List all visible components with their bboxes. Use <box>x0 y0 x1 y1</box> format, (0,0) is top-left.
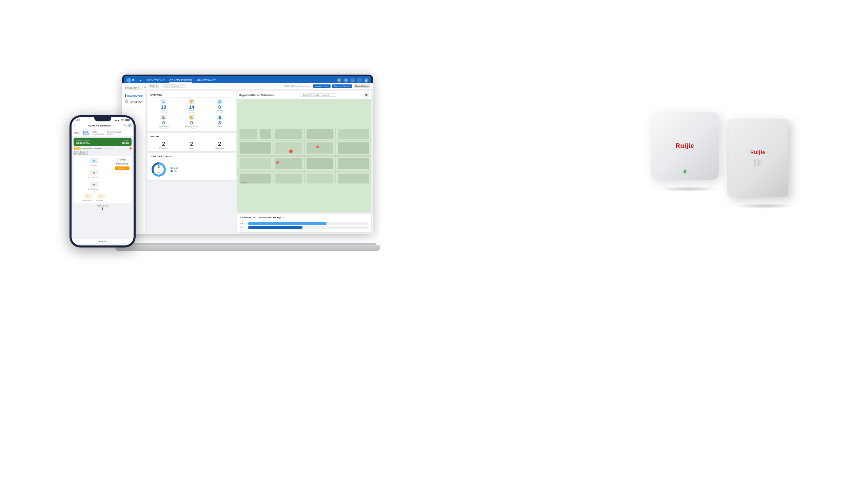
laptop-nav: MONITORING CONFIGURATION MAINTENANCE <box>147 78 337 83</box>
channel-info-icon: ℹ <box>283 217 284 219</box>
tab-basic[interactable]: Basic Enabled <box>82 130 91 136</box>
client-label: Client <box>217 125 222 127</box>
svg-rect-17 <box>338 129 369 139</box>
svg-point-28 <box>316 145 319 148</box>
help-icon[interactable]: ? <box>350 78 355 83</box>
map-options-icon[interactable]: ⊞ <box>364 92 369 98</box>
phone-bottom-bar[interactable]: Tool Kit <box>72 239 134 244</box>
user-icon[interactable]: 👤 <box>357 78 362 83</box>
map-panel: Registered Device Distribution ⊞ <box>237 91 371 212</box>
channel-title: Channel Distribution and Usage ℹ <box>240 216 369 220</box>
phone-device-info: Online Devices: 4 Offline Devices: 0 <box>74 151 131 155</box>
overview-panel: Overview 📡 10 AP 11 in Total 🔀 <box>148 91 236 131</box>
ap-flat-vent <box>754 159 761 166</box>
phone-header-icons: 🔍 🔄 <box>123 124 131 127</box>
tab-smartflow[interactable]: Smart Flow Cont Enabled <box>106 130 122 136</box>
topo-line-1 <box>94 167 94 169</box>
ap-icon: 📡 <box>160 99 167 104</box>
legend-5g: 5G <box>171 170 179 172</box>
nav-maintenance[interactable]: MAINTENANCE <box>197 78 216 83</box>
svg-rect-26 <box>338 174 369 183</box>
network-search[interactable]: Search Network <box>162 84 186 88</box>
phone-client-info: Online Client 1 <box>74 205 131 211</box>
svg-rect-24 <box>307 174 333 183</box>
timezone-display: (GMT+8:00)Asia/Hong_Kong <box>284 85 311 87</box>
nav-configuration[interactable]: CONFIGURATION <box>169 78 192 83</box>
alarm-uncleared-label: Uncleared <box>159 147 168 149</box>
switch-number: 14 <box>189 105 194 109</box>
topo-internet: 🌐 <box>90 158 98 164</box>
sidebar-item-dashboard[interactable]: DASHBOARD <box>124 93 145 99</box>
topology-action-network[interactable]: Network Planning <box>115 162 129 166</box>
topology-icon <box>125 100 128 104</box>
sidebar-search-input[interactable]: netsupport@ruij... <box>124 86 142 90</box>
unbind-device-button[interactable]: Unbind Device <box>354 84 370 88</box>
manage-project-button[interactable]: Manage Project <box>313 84 330 88</box>
phone-refresh-icon[interactable]: 🔄 <box>128 124 131 127</box>
svg-rect-22 <box>275 174 302 183</box>
ap-flat-shadow <box>735 203 794 208</box>
power-icon[interactable]: ⏻ <box>364 78 369 83</box>
channel-row-2g: 2.4G <box>240 222 369 225</box>
network-select[interactable]: PVGi ▼ <box>149 84 159 88</box>
phone-time: 10:49 <box>76 119 80 121</box>
ruijie-logo-icon <box>126 78 131 83</box>
svg-rect-12 <box>275 129 302 139</box>
ap-round-body: Ruijie <box>651 112 719 180</box>
notification-icon[interactable]: 🔔 <box>337 78 341 83</box>
donut-total: 3 <box>157 165 161 169</box>
uptime-value: 4d:0h <box>122 141 129 144</box>
topo-extension-1: 📦 <box>90 170 98 175</box>
tab-cctv[interactable]: CCTV Camera enabled <box>91 130 105 136</box>
takeover-network-button[interactable]: Take over Network <box>332 84 352 88</box>
laptop-logo: Ruijie <box>126 78 142 83</box>
home-router-icon: 🏠 <box>160 115 167 120</box>
svg-point-29 <box>276 161 279 164</box>
phone-notch <box>94 117 111 121</box>
dropdown-arrow-icon: ▼ <box>156 85 158 87</box>
svg-rect-10 <box>240 129 258 139</box>
clients-legend: 2.4G 5G <box>171 167 179 172</box>
phone-screen: 10:49 ▲▲▲ WiFi ▓▓▓ < VLAN_Visualization … <box>72 117 134 246</box>
map-search-input[interactable] <box>300 93 337 97</box>
nav-monitoring[interactable]: MONITORING <box>147 78 165 83</box>
left-panels: Overview 📡 10 AP 11 in Total 🔀 <box>148 91 236 232</box>
donut-chart: 3 Total <box>150 161 167 178</box>
clients-panel: 2.4G / 5G Clients 3 <box>148 153 236 180</box>
channel-2g-fill <box>248 222 326 225</box>
notice-date: 2023-08-0... <box>104 148 114 150</box>
project-status: Project Status Excellent... <box>76 139 91 144</box>
channel-2g-bar <box>248 222 369 225</box>
channel-panel: Channel Distribution and Usage ℹ 2.4G 5 <box>237 214 371 232</box>
phone-search-icon[interactable]: 🔍 <box>123 124 127 127</box>
laptop-device: Ruijie MONITORING CONFIGURATION MAINTENA… <box>115 75 370 251</box>
channel-2g-label: 2.4G <box>240 222 247 224</box>
sidebar-item-topology[interactable]: TOPOLOGY <box>124 99 145 105</box>
home-router-number: 0 <box>162 120 165 125</box>
map-title: Registered Device Distribution <box>239 94 274 96</box>
map-title-bar: Registered Device Distribution ⊞ <box>237 91 371 99</box>
donut-center: 3 Total <box>157 165 161 175</box>
notice-dot <box>129 148 131 150</box>
project-status-value: Excellent... <box>76 141 91 144</box>
laptop-screen-inner: Ruijie MONITORING CONFIGURATION MAINTENA… <box>124 76 371 232</box>
settings-icon[interactable]: ⚙ <box>343 78 348 83</box>
vent-line-5 <box>760 159 760 166</box>
tab-offline[interactable]: Offline <box>73 131 81 135</box>
channel-5g-label: 5G <box>240 227 247 229</box>
overview-wireless-bridge: 📶 0 Wireless Bridge 0 in Total <box>179 115 205 129</box>
legend-2g-dot <box>171 167 173 169</box>
overview-title: Overview <box>150 93 233 98</box>
tab-basic-badge: Enabled <box>83 133 89 135</box>
topology-action-camera[interactable]: Camera <box>115 167 129 170</box>
overview-grid: 📡 10 AP 11 in Total 🔀 14 Switch 16 in <box>150 99 233 129</box>
gateway-icon: 🌐 <box>217 99 223 104</box>
topology-action-topology[interactable]: Topology <box>115 158 129 161</box>
phone-header: < VLAN_Visualization 🔍 🔄 <box>72 122 134 129</box>
vent-line-3 <box>757 159 758 166</box>
alarm-today-label: Today <box>189 147 194 149</box>
laptop-nav-icons: 🔔 ⚙ ? 👤 ⏻ <box>337 78 369 83</box>
client-count: 1 <box>74 207 131 211</box>
back-button[interactable]: < <box>74 124 75 127</box>
gateway-sub: 0 in Total <box>216 111 223 113</box>
